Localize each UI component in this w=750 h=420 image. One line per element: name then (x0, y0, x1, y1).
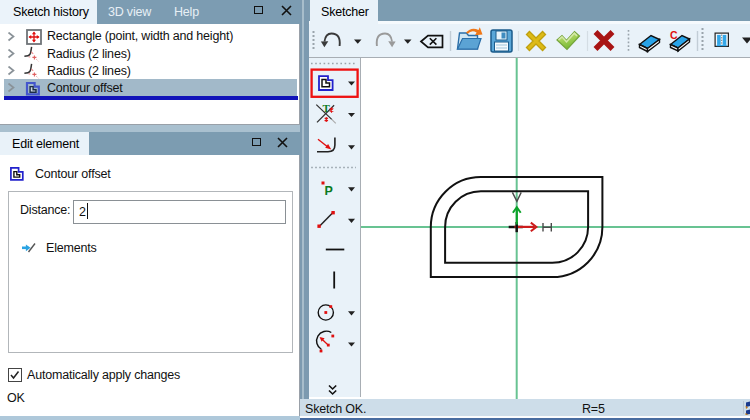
svg-text:P: P (325, 184, 333, 198)
svg-text:C: C (670, 29, 678, 41)
svg-text:T: T (323, 102, 331, 114)
